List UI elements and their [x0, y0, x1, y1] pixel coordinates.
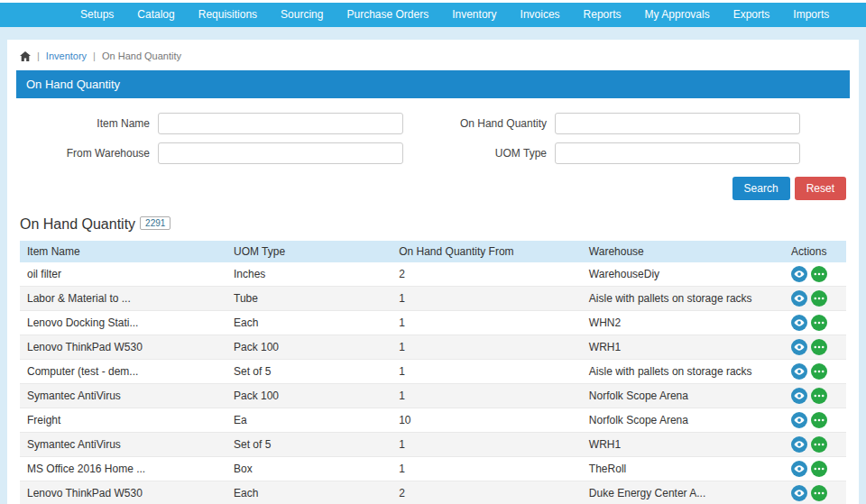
more-actions-icon[interactable] [811, 388, 827, 404]
column-header-qty-from[interactable]: On Hand Quantity From [392, 241, 582, 262]
page-title: On Hand Quantity [16, 70, 850, 98]
item-name-input[interactable] [158, 113, 403, 134]
cell-item-name: Symantec AntiVirus [20, 384, 226, 408]
cell-qty-from: 1 [392, 335, 582, 360]
more-actions-icon[interactable] [811, 363, 827, 380]
cell-uom-type: Ea [226, 408, 392, 433]
cell-item-name: oil filter [20, 262, 226, 287]
top-nav: SetupsCatalogRequisitionsSourcingPurchas… [0, 3, 866, 27]
from-warehouse-input[interactable] [158, 142, 403, 164]
main-panel: | Inventory | On Hand Quantity On Hand Q… [7, 40, 859, 504]
table-row: FreightEa10Norfolk Scope Arena [20, 408, 846, 433]
nav-item-catalog[interactable]: Catalog [125, 3, 186, 27]
from-warehouse-label: From Warehouse [16, 147, 150, 160]
cell-qty-from: 2 [392, 481, 582, 504]
column-header-actions: Actions [772, 241, 846, 262]
nav-item-imports[interactable]: Imports [781, 3, 841, 27]
breadcrumb: | Inventory | On Hand Quantity [7, 40, 859, 70]
cell-qty-from: 1 [392, 457, 582, 481]
column-header-item-name[interactable]: Item Name [20, 241, 226, 262]
results-title: On Hand Quantity2291 [7, 216, 859, 233]
table-row: oil filterInches2WarehouseDiy [20, 262, 846, 287]
column-header-uom-type[interactable]: UOM Type [226, 241, 392, 262]
cell-actions [772, 384, 846, 408]
cell-warehouse: WHN2 [582, 311, 772, 335]
nav-item-setups[interactable]: Setups [69, 3, 125, 27]
item-name-label: Item Name [16, 117, 150, 130]
cell-actions [772, 335, 846, 360]
nav-item-sourcing[interactable]: Sourcing [269, 3, 335, 27]
cell-actions [772, 287, 846, 311]
view-icon[interactable] [791, 436, 807, 453]
nav-item-requisitions[interactable]: Requisitions [187, 3, 269, 27]
reset-button[interactable]: Reset [795, 177, 846, 200]
view-icon[interactable] [791, 290, 807, 307]
more-actions-icon[interactable] [811, 339, 827, 355]
more-actions-icon[interactable] [811, 266, 827, 282]
cell-actions [772, 408, 846, 433]
cell-qty-from: 1 [392, 384, 582, 408]
table-header-row: Item Name UOM Type On Hand Quantity From… [20, 241, 846, 262]
cell-qty-from: 1 [392, 311, 582, 335]
view-icon[interactable] [791, 363, 807, 380]
cell-warehouse: WarehouseDiy [582, 262, 772, 287]
more-actions-icon[interactable] [811, 290, 827, 307]
cell-warehouse: Aisle with pallets on storage racks [582, 360, 772, 384]
nav-item-inventory[interactable]: Inventory [440, 3, 508, 27]
uom-type-input[interactable] [555, 142, 800, 164]
more-actions-icon[interactable] [811, 461, 827, 477]
results-count-badge: 2291 [140, 216, 170, 230]
cell-uom-type: Set of 5 [226, 433, 392, 457]
uom-type-label: UOM Type [411, 147, 547, 160]
table-row: Computer (test - dem...Set of 51Aisle wi… [20, 360, 846, 384]
filter-buttons: Search Reset [7, 164, 859, 202]
cell-actions [772, 262, 846, 287]
view-icon[interactable] [791, 412, 807, 428]
cell-uom-type: Set of 5 [226, 360, 392, 384]
cell-warehouse: TheRoll [582, 457, 772, 481]
view-icon[interactable] [791, 485, 807, 501]
table-row: Symantec AntiVirusSet of 51WRH1 [20, 433, 846, 457]
cell-uom-type: Each [226, 311, 392, 335]
view-icon[interactable] [791, 388, 807, 404]
nav-item-my-approvals[interactable]: My Approvals [633, 3, 722, 27]
more-actions-icon[interactable] [811, 412, 827, 428]
cell-item-name: Freight [20, 408, 226, 433]
cell-uom-type: Box [226, 457, 392, 481]
more-actions-icon[interactable] [811, 436, 827, 453]
cell-warehouse: Norfolk Scope Arena [582, 384, 772, 408]
more-actions-icon[interactable] [811, 485, 827, 501]
table-row: Lenovo Docking Stati...Each1WHN2 [20, 311, 846, 335]
home-icon[interactable] [20, 51, 31, 61]
view-icon[interactable] [791, 461, 807, 477]
table-row: Labor & Material to ...Tube1Aisle with p… [20, 287, 846, 311]
view-icon[interactable] [791, 315, 807, 331]
results-title-text: On Hand Quantity [20, 216, 135, 232]
cell-uom-type: Pack 100 [226, 335, 392, 360]
cell-qty-from: 1 [392, 287, 582, 311]
cell-qty-from: 1 [392, 433, 582, 457]
column-header-warehouse[interactable]: Warehouse [582, 241, 772, 262]
on-hand-quantity-label: On Hand Quantity [411, 117, 547, 130]
nav-item-reports[interactable]: Reports [572, 3, 633, 27]
on-hand-quantity-input[interactable] [555, 113, 800, 134]
breadcrumb-inventory[interactable]: Inventory [46, 50, 87, 61]
cell-uom-type: Each [226, 481, 392, 504]
cell-warehouse: Norfolk Scope Arena [582, 408, 772, 433]
cell-warehouse: WRH1 [582, 433, 772, 457]
results-table-body: oil filterInches2WarehouseDiyLabor & Mat… [20, 262, 846, 504]
breadcrumb-separator: | [37, 50, 40, 61]
cell-qty-from: 1 [392, 360, 582, 384]
cell-item-name: Lenovo Docking Stati... [20, 311, 226, 335]
more-actions-icon[interactable] [811, 315, 827, 331]
search-button[interactable]: Search [732, 177, 790, 200]
breadcrumb-current: On Hand Quantity [102, 50, 181, 61]
nav-item-purchase-orders[interactable]: Purchase Orders [335, 3, 440, 27]
breadcrumb-separator: | [93, 50, 96, 61]
nav-item-exports[interactable]: Exports [722, 3, 782, 27]
view-icon[interactable] [791, 266, 807, 282]
cell-item-name: Labor & Material to ... [20, 287, 226, 311]
view-icon[interactable] [791, 339, 807, 355]
cell-actions [772, 433, 846, 457]
nav-item-invoices[interactable]: Invoices [509, 3, 572, 27]
